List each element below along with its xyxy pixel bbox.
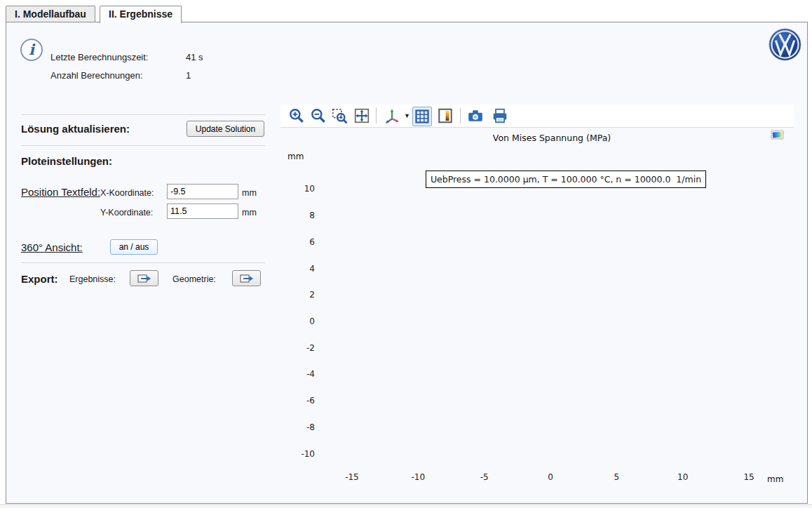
snapshot-button[interactable] [466, 107, 485, 125]
plot-title: Von Mises Spannung (MPa) [447, 133, 657, 143]
view-orientation-icon [384, 107, 400, 124]
grid-icon [414, 109, 430, 124]
plot-annotation: UebPress = 10.0000 µm, T = 100.000 °C, n… [426, 171, 706, 188]
y-tick-label: -8 [294, 422, 315, 432]
x-tick-label: 5 [599, 472, 634, 482]
x-axis-unit-label: mm [767, 474, 783, 484]
zoom-extents-icon [353, 107, 370, 124]
computation-count-value: 1 [186, 70, 191, 81]
zoom-to-selection-button[interactable] [330, 107, 349, 125]
view-orientation-dropdown-caret[interactable]: ▼ [404, 112, 410, 119]
y-tick-label: 6 [294, 237, 315, 247]
view-orientation-button[interactable] [383, 107, 401, 125]
y-coordinate-input[interactable] [167, 203, 238, 219]
x-coordinate-input[interactable] [167, 184, 238, 199]
view-360-toggle-button[interactable]: an / aus [110, 239, 158, 255]
last-computation-label: Letzte Berechnungszeit: [50, 52, 148, 62]
y-tick-label: 4 [294, 264, 315, 274]
tab-ergebnisse[interactable]: II. Ergebnisse [100, 6, 182, 23]
app-window: I. Modellaufbau II. Ergebnisse i Letzte … [0, 0, 812, 508]
x-tick-label: -5 [467, 472, 502, 482]
position-textfield-label: Position Textfeld: [21, 186, 100, 198]
printer-icon [492, 107, 508, 124]
zoom-extents-button[interactable] [353, 107, 371, 125]
zoom-out-icon [310, 107, 327, 124]
export-geometry-label: Geometrie: [172, 274, 216, 284]
tab-modellaufbau[interactable]: I. Modellaufbau [6, 6, 95, 22]
plot-thumbnail-icon[interactable] [769, 128, 786, 145]
y-tick-label: -6 [294, 396, 315, 406]
computation-count-label: Anzahl Berechnungen: [50, 70, 143, 81]
x-tick-label: -10 [400, 472, 435, 482]
y-tick-label: 0 [294, 316, 315, 326]
divider [21, 114, 265, 115]
divider [21, 145, 265, 146]
export-arrow-icon [137, 274, 151, 283]
color-legend-icon [437, 107, 454, 124]
zoom-in-icon [288, 107, 305, 124]
y-unit-label: mm [242, 208, 257, 218]
grid-toggle-button[interactable] [412, 107, 432, 126]
y-tick-label: -4 [294, 369, 315, 379]
y-tick-label: 2 [294, 290, 315, 300]
export-heading: Export: [21, 273, 58, 285]
x-tick-label: 0 [533, 472, 568, 482]
y-tick-label: -10 [294, 449, 315, 459]
y-coordinate-label: Y-Koordinate: [100, 208, 153, 218]
update-solution-button[interactable]: Update Solution [187, 121, 264, 137]
toolbar-separator [460, 107, 461, 123]
zoom-to-selection-icon [331, 107, 348, 124]
divider [21, 262, 265, 263]
zoom-out-button[interactable] [309, 107, 327, 125]
view-360-label: 360° Ansicht: [21, 241, 83, 253]
zoom-in-button[interactable] [287, 107, 306, 125]
window-bottom-edge [0, 504, 812, 505]
color-legend-toggle-button[interactable] [436, 107, 454, 125]
y-tick-label: -2 [294, 343, 315, 353]
export-geometry-button[interactable] [232, 270, 261, 286]
export-arrow-icon [240, 274, 254, 283]
x-tick-label: 15 [731, 472, 766, 482]
camera-icon [467, 107, 484, 124]
y-tick-label: 8 [294, 210, 315, 220]
window-bottom-edge [0, 507, 812, 507]
info-icon: i [20, 38, 43, 65]
export-results-button[interactable] [130, 270, 158, 286]
last-computation-value: 41 s [186, 52, 203, 62]
print-button[interactable] [491, 107, 509, 125]
vw-logo [769, 28, 801, 64]
x-tick-label: -15 [334, 472, 370, 482]
x-coordinate-label: X-Koordinate: [100, 188, 154, 198]
y-tick-label: 10 [294, 184, 315, 194]
x-tick-label: 10 [665, 472, 701, 482]
toolbar-separator [376, 107, 377, 123]
export-results-label: Ergebnisse: [69, 274, 116, 284]
y-axis-unit-label: mm [287, 152, 304, 161]
plot-settings-heading: Ploteinstellungen: [21, 155, 112, 167]
plot-toolbar: ▼ [280, 105, 794, 128]
update-solution-label: Lösung aktualisieren: [21, 123, 130, 135]
x-unit-label: mm [242, 188, 257, 198]
